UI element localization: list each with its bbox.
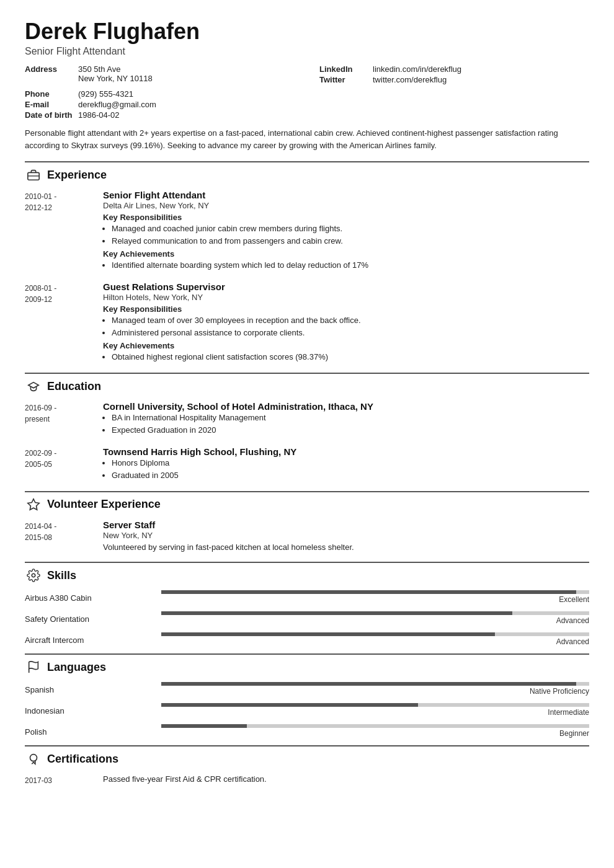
experience-content-2: Guest Relations Supervisor Hilton Hotels… <box>103 281 589 365</box>
language-bar-fill <box>161 682 576 686</box>
volunteer-dates-1: 2014-04 - 2015-08 <box>25 520 93 553</box>
volunteer-icon <box>25 496 42 513</box>
language-bar-bg <box>161 724 589 728</box>
email-label: E-mail <box>25 100 74 109</box>
achievements-label-2: Key Achievements <box>103 341 589 350</box>
education-header: Education <box>25 373 589 395</box>
skill-bar-fill <box>161 611 512 615</box>
experience-section: Experience 2010-01 - 2012-12 Senior Flig… <box>25 161 589 364</box>
responsibilities-list-2: Managed team of over 30 employees in rec… <box>103 315 589 339</box>
language-bar-area: Beginner <box>161 724 589 738</box>
experience-dates-2: 2008-01 - 2009-12 <box>25 281 93 365</box>
skill-name: Airbus A380 Cabin <box>25 593 149 604</box>
education-school-2: Townsend Harris High School, Flushing, N… <box>103 446 589 457</box>
education-content-1: Cornell University, School of Hotel Admi… <box>103 401 589 437</box>
job-title: Senior Flight Attendant <box>25 46 589 57</box>
certification-content-1: Passed five-year First Aid & CPR certifi… <box>103 774 589 786</box>
language-level: Native Proficiency <box>530 687 589 696</box>
svg-point-3 <box>32 574 35 577</box>
education-entry-2: 2002-09 - 2005-05 Townsend Harris High S… <box>25 446 589 482</box>
experience-company-2: Hilton Hotels, New York, NY <box>103 293 589 302</box>
skill-level: Advanced <box>556 616 589 625</box>
skill-bar-bg <box>161 611 589 615</box>
languages-title: Languages <box>47 661 106 674</box>
briefcase-icon <box>27 168 40 182</box>
skills-section: Skills Airbus A380 Cabin Excellent Safet… <box>25 562 589 646</box>
language-row: Polish Beginner <box>25 724 589 738</box>
linkedin-value: linkedin.com/in/derekflug <box>373 64 461 74</box>
linkedin-line: LinkedIn linkedin.com/in/derekflug <box>319 64 589 74</box>
svg-marker-2 <box>28 499 39 510</box>
phone-label: Phone <box>25 89 74 99</box>
language-bar-fill <box>161 724 247 728</box>
language-bar-area: Intermediate <box>161 703 589 717</box>
education-content-2: Townsend Harris High School, Flushing, N… <box>103 446 589 482</box>
list-item: Obtained highest regional client satisfa… <box>112 352 589 363</box>
volunteer-location-1: New York, NY <box>103 531 589 540</box>
skills-gear-icon <box>27 569 40 582</box>
skill-bar-bg <box>161 632 589 636</box>
experience-title: Experience <box>47 169 107 182</box>
skills-list: Airbus A380 Cabin Excellent Safety Orien… <box>25 590 589 646</box>
linkedin-label: LinkedIn <box>319 64 369 74</box>
language-level: Beginner <box>559 729 589 738</box>
skill-name: Aircraft Intercom <box>25 636 149 646</box>
email-line: E-mail derekflug@gmail.com <box>25 100 589 109</box>
language-name: Indonesian <box>25 706 149 717</box>
twitter-label: Twitter <box>319 75 369 84</box>
skill-level: Excellent <box>559 595 589 604</box>
skill-name: Safety Orientation <box>25 614 149 625</box>
volunteer-section: Volunteer Experience 2014-04 - 2015-08 S… <box>25 491 589 553</box>
language-bar-area: Native Proficiency <box>161 682 589 696</box>
experience-dates-1: 2010-01 - 2012-12 <box>25 190 93 273</box>
skills-title: Skills <box>47 569 76 582</box>
languages-header: Languages <box>25 653 589 676</box>
skill-level: Advanced <box>556 637 589 646</box>
volunteer-title: Volunteer Experience <box>47 498 161 511</box>
skill-row: Airbus A380 Cabin Excellent <box>25 590 589 604</box>
address-value: 350 5th Ave New York, NY 10118 <box>78 64 153 83</box>
experience-content-1: Senior Flight Attendant Delta Air Lines,… <box>103 190 589 273</box>
contact-grid: Address 350 5th Ave New York, NY 10118 L… <box>25 64 589 86</box>
experience-company-1: Delta Air Lines, New York, NY <box>103 201 589 210</box>
skill-row: Safety Orientation Advanced <box>25 611 589 625</box>
list-item: BA in International Hospitality Manageme… <box>112 412 589 423</box>
responsibilities-label-1: Key Responsibilities <box>103 213 589 222</box>
language-name: Polish <box>25 727 149 738</box>
certification-description-1: Passed five-year First Aid & CPR certifi… <box>103 774 589 785</box>
certifications-section: Certifications 2017-03 Passed five-year … <box>25 745 589 786</box>
address-label: Address <box>25 64 74 74</box>
language-row: Indonesian Intermediate <box>25 703 589 717</box>
skill-bar-fill <box>161 590 576 594</box>
list-item: Graduated in 2005 <box>112 470 589 481</box>
phone-line: Phone (929) 555-4321 <box>25 89 589 99</box>
achievements-label-1: Key Achievements <box>103 249 589 259</box>
skill-bar-area: Advanced <box>161 611 589 625</box>
star-icon <box>27 498 40 512</box>
summary-text: Personable flight attendant with 2+ year… <box>25 127 589 151</box>
volunteer-description-1: Volunteered by serving in fast-paced kit… <box>103 542 589 553</box>
certification-entry-1: 2017-03 Passed five-year First Aid & CPR… <box>25 774 589 786</box>
dob-value: 1986-04-02 <box>78 110 120 120</box>
experience-entry-1: 2010-01 - 2012-12 Senior Flight Attendan… <box>25 190 589 273</box>
skill-bar-fill <box>161 632 495 636</box>
education-title: Education <box>47 380 101 393</box>
language-row: Spanish Native Proficiency <box>25 682 589 696</box>
skill-row: Aircraft Intercom Advanced <box>25 632 589 646</box>
volunteer-header: Volunteer Experience <box>25 491 589 513</box>
responsibilities-label-2: Key Responsibilities <box>103 304 589 314</box>
flag-icon <box>27 660 40 674</box>
full-name: Derek Flughafen <box>25 19 589 45</box>
experience-job-title-2: Guest Relations Supervisor <box>103 281 589 292</box>
certificate-icon <box>27 752 40 766</box>
email-value: derekflug@gmail.com <box>78 100 156 109</box>
graduation-icon <box>27 379 40 393</box>
language-bar-bg <box>161 682 589 686</box>
education-bullets-1: BA in International Hospitality Manageme… <box>103 412 589 436</box>
language-name: Spanish <box>25 685 149 696</box>
list-item: Managed and coached junior cabin crew me… <box>112 223 589 234</box>
list-item: Identified alternate boarding system whi… <box>112 260 589 271</box>
skills-header: Skills <box>25 562 589 584</box>
language-bar-fill <box>161 703 418 707</box>
skill-bar-area: Advanced <box>161 632 589 646</box>
